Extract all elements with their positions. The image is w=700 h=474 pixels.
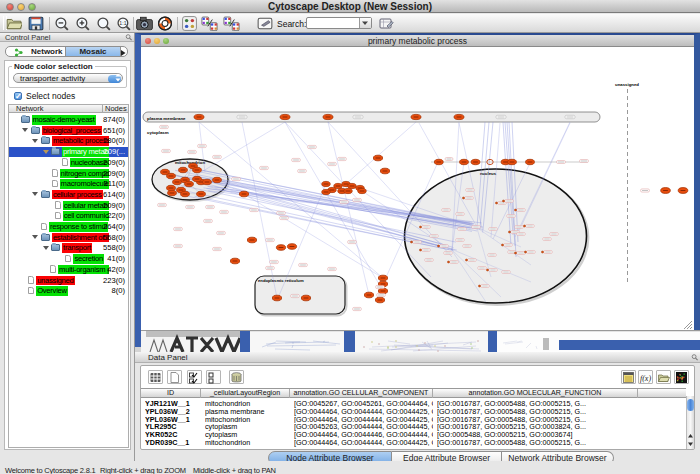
svg-text:cytoplasm: cytoplasm [147,130,169,135]
svg-text:endoplasmic reticulum: endoplasmic reticulum [258,278,304,283]
svg-text:unassigned: unassigned [615,82,639,87]
svg-text:f(x): f(x) [640,374,651,383]
svg-text:1:1: 1:1 [119,20,126,26]
svg-text:plasma membrane: plasma membrane [147,116,186,121]
